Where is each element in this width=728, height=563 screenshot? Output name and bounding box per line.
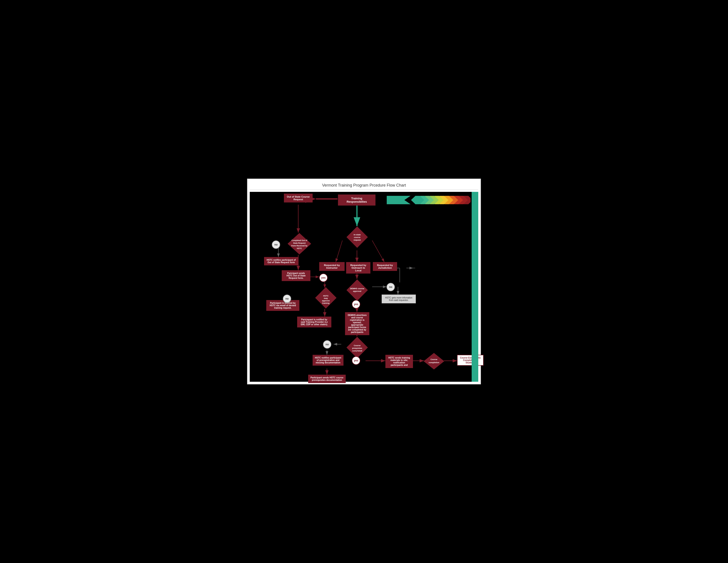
svg-text:Completed Out of: Completed Out of (291, 239, 307, 241)
hstc-sends-training-box: HSTC sends training materials to site; n… (385, 355, 413, 368)
svg-text:DEMHS course: DEMHS course (350, 288, 364, 290)
demhs-approval-diamond: DEMHS course approval (346, 279, 368, 301)
svg-text:approval: approval (353, 290, 361, 292)
req-jurisdiction-box: Requested by Jurisdiction (373, 262, 397, 271)
teal-bar (472, 192, 478, 382)
participant-sends-box: Paricipant sends HSTC Out of State Reque… (282, 270, 310, 281)
svg-line-27 (372, 240, 384, 262)
svg-text:completed: completed (352, 350, 362, 352)
demhs-advertises-box: DEMHS atvertises and course registration… (345, 312, 369, 335)
in-state-diamond: In-state course request (346, 226, 368, 248)
hstc-more-info-box: HSTC gets more infomation from said requ… (382, 295, 416, 304)
hstc-approve-diamond: HSTC may approve training (315, 287, 337, 309)
svg-marker-66 (424, 353, 444, 369)
no4-circle: no (323, 340, 331, 349)
course-evaluations-box: Course Evaluations Completed by Students (457, 355, 484, 366)
hstc-notifies-box: HSTC notifies participant of Out of Stat… (264, 257, 298, 265)
svg-text:Form Recieved by: Form Recieved by (291, 244, 307, 247)
participant-denied-box: Participant is notified by HSTC via emai… (266, 300, 299, 311)
svg-text:Course: Course (354, 345, 360, 347)
participant-provider-box: Pariciapant is notified by said Training… (297, 317, 331, 328)
svg-text:request: request (354, 239, 361, 241)
svg-text:Course: Course (430, 358, 437, 361)
training-resp-box: Training Responsibilies (338, 194, 375, 205)
no1-circle: no (272, 240, 280, 249)
course-completion-diamond: Course completion (424, 353, 445, 370)
svg-line-25 (336, 240, 342, 262)
svg-text:HSTC: HSTC (297, 247, 302, 249)
chart-title: Vermont Training Program Prcedure Flow C… (250, 181, 478, 190)
svg-text:may: may (324, 297, 328, 300)
completed-out-diamond: Completed Out of State Request Form Reci… (287, 233, 311, 255)
svg-text:completion: completion (429, 362, 439, 364)
req-outreach-box: Requested by Outreach to Local (346, 262, 370, 273)
svg-text:State Request: State Request (293, 242, 306, 244)
no3-circle: no (387, 283, 395, 291)
yes3-circle: yes (352, 356, 360, 365)
yes1-circle: yes (319, 273, 328, 282)
svg-text:prequistes: prequistes (352, 347, 362, 349)
hstc-notifies-prereg-box: HSTC notifies participant of preregistra… (313, 355, 343, 366)
course-prereqs-diamond: Course prequistes completed (346, 337, 368, 359)
no2-circle: no (283, 295, 291, 303)
participant-sends-prereq-box: Participant sends HSTC course prerequist… (308, 375, 346, 383)
yes2-circle: yes (352, 300, 360, 309)
svg-text:In-state: In-state (354, 233, 361, 236)
req-instructor-box: Requested by Instructor (319, 262, 345, 271)
svg-marker-11 (387, 196, 411, 204)
svg-text:training: training (322, 302, 330, 304)
out-of-state-box: Out of State Course Request (284, 194, 313, 202)
svg-text:HSTC: HSTC (323, 295, 329, 297)
svg-text:course: course (354, 236, 360, 238)
chevron-bar (387, 196, 471, 204)
svg-text:approve: approve (322, 300, 330, 302)
